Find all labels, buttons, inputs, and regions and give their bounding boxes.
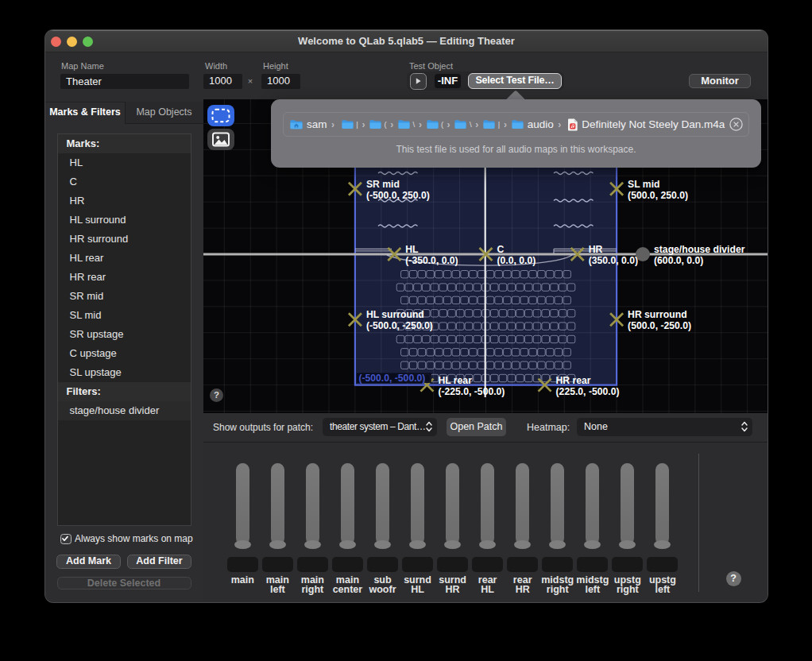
svg-text:SR mid: SR mid: [366, 179, 400, 190]
svg-text:SL mid: SL mid: [628, 179, 659, 190]
svg-text:(-500.0, -250.0): (-500.0, -250.0): [366, 320, 433, 331]
svg-text:HR: HR: [589, 244, 603, 255]
svg-text:(225.0, -500.0): (225.0, -500.0): [556, 386, 620, 397]
svg-text:HR surround: HR surround: [628, 309, 686, 320]
svg-text:(-350.0, 0.0): (-350.0, 0.0): [405, 255, 458, 266]
svg-text:HL: HL: [405, 244, 419, 255]
svg-text:HL rear: HL rear: [438, 375, 472, 386]
svg-text:(600.0, 0.0): (600.0, 0.0): [654, 255, 703, 266]
svg-text:HL surround: HL surround: [366, 309, 424, 320]
svg-text:(500.0, -250.0): (500.0, -250.0): [628, 320, 691, 331]
svg-text:C: C: [497, 244, 505, 255]
svg-text:stage/house divider: stage/house divider: [654, 244, 745, 255]
svg-text:(0.0, 0.0): (0.0, 0.0): [497, 255, 536, 266]
svg-text:(-225.0, -500.0): (-225.0, -500.0): [438, 386, 505, 397]
svg-text:HR rear: HR rear: [556, 375, 591, 386]
svg-text:(500.0, 250.0): (500.0, 250.0): [628, 190, 688, 201]
svg-text:(-500.0, -500.0): (-500.0, -500.0): [358, 373, 425, 384]
svg-text:(-500.0, 250.0): (-500.0, 250.0): [366, 190, 430, 201]
svg-text:(350.0, 0.0): (350.0, 0.0): [589, 255, 638, 266]
